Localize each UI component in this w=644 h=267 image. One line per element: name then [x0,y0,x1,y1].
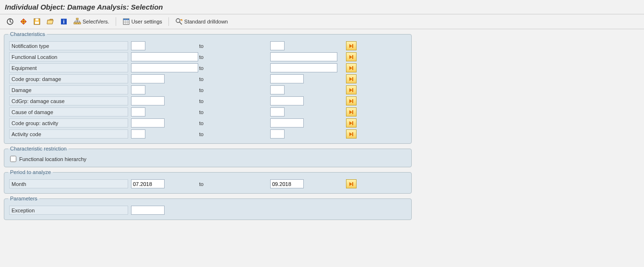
multiselect-button[interactable] [346,129,357,139]
to-input[interactable] [270,63,337,72]
info-button[interactable]: i [58,16,70,27]
field-label: Equipment [9,63,128,72]
standard-drilldown-button[interactable]: Standard drilldown [173,16,230,27]
to-input[interactable] [270,52,337,61]
field-label: Code group: activity [9,118,128,128]
to-input[interactable] [270,41,285,50]
multiselect-button[interactable] [346,107,357,116]
svg-rect-21 [352,132,353,136]
field-label: Damage [9,85,128,94]
from-input[interactable] [131,96,165,105]
svg-rect-6 [76,18,78,20]
characteristics-row: Code group: damageto [8,73,407,84]
field-label: Activity code [9,129,128,139]
multiselect-button[interactable] [346,96,357,105]
to-label: to [199,43,270,49]
arrow-right-icon [348,181,355,187]
svg-text:i: i [63,19,64,24]
arrow-right-icon [348,76,355,82]
svg-rect-18 [352,99,353,103]
folder-open-icon [47,18,54,25]
arrow-right-icon [348,120,355,127]
to-input[interactable] [270,96,304,105]
to-input[interactable] [270,118,304,128]
from-input[interactable] [131,63,198,72]
field-label: Functional Location [9,52,128,61]
select-version-button[interactable]: SelectVers. [71,16,112,27]
multiselect-button[interactable] [346,118,357,128]
to-input[interactable] [270,129,285,139]
characteristics-row: Activity codeto [8,128,407,139]
field-label: Code group: damage [9,74,128,83]
application-toolbar: i SelectVers. User settings Standard dri… [0,14,644,29]
drilldown-icon [175,18,183,25]
characteristics-row: Code group: activityto [8,117,407,128]
svg-rect-3 [35,22,39,24]
characteristics-row: Cause of damageto [8,106,407,117]
period-title: Period to analyze [8,169,53,175]
month-multiselect-button[interactable] [346,179,357,188]
arrow-right-icon [348,43,355,49]
user-settings-label: User settings [131,19,162,24]
multiselect-button[interactable] [346,52,357,61]
svg-rect-11 [123,19,129,20]
svg-rect-15 [352,66,353,70]
execute-button[interactable] [4,16,16,27]
diamond-icon [20,18,27,25]
svg-rect-20 [352,121,353,125]
functional-location-hierarchy-checkbox[interactable] [10,156,16,162]
restriction-title: Characteristic restriction [8,145,69,152]
multiselect-button[interactable] [346,85,357,94]
exception-input[interactable] [131,206,165,215]
to-label: to [199,87,270,93]
toolbar-separator [168,17,169,26]
multiselect-button[interactable] [346,41,357,50]
to-label: to [199,76,270,82]
month-to-input[interactable] [270,179,304,188]
multiselect-button[interactable] [346,63,357,72]
to-label: to [199,131,270,137]
to-label: to [199,120,270,126]
svg-rect-14 [352,55,353,59]
variant-button[interactable] [17,16,30,27]
user-settings-button[interactable]: User settings [120,16,165,27]
svg-rect-17 [352,88,353,92]
parameters-title: Parameters [8,195,39,202]
from-input[interactable] [131,41,145,50]
arrow-right-icon [348,109,355,116]
to-input[interactable] [270,74,304,83]
field-label: Cause of damage [9,107,128,116]
arrow-right-icon [348,98,355,104]
from-input[interactable] [131,74,165,83]
from-input[interactable] [131,85,145,94]
month-from-input[interactable] [131,179,165,188]
save-button[interactable] [31,16,43,27]
restriction-panel: Characteristic restriction Functional lo… [4,149,412,167]
characteristics-row: Notification typeto [8,40,407,51]
characteristics-row: Functional Locationto [8,51,407,62]
select-version-label: SelectVers. [83,19,109,24]
multiselect-button[interactable] [346,74,357,83]
svg-point-12 [176,19,180,23]
svg-rect-22 [352,182,353,186]
from-input[interactable] [131,129,145,139]
svg-rect-8 [76,23,78,24]
arrow-right-icon [348,54,355,60]
to-input[interactable] [270,107,285,116]
period-panel: Period to analyze Month to [4,172,412,194]
characteristics-title: Characteristics [8,31,47,37]
standard-drilldown-label: Standard drilldown [184,19,228,24]
field-label: CdGrp: damage cause [9,96,128,105]
parameters-panel: Parameters Exception [4,198,412,220]
to-label: to [199,109,270,115]
open-button[interactable] [44,16,57,27]
svg-rect-16 [352,77,353,81]
characteristics-row: Damageto [8,84,407,95]
from-input[interactable] [131,107,145,116]
save-icon [33,18,41,25]
to-input[interactable] [270,85,285,94]
to-label: to [199,54,270,60]
from-input[interactable] [131,52,198,61]
from-input[interactable] [131,118,165,128]
page-title: Individual Object: Damage Analysis: Sele… [0,0,644,14]
